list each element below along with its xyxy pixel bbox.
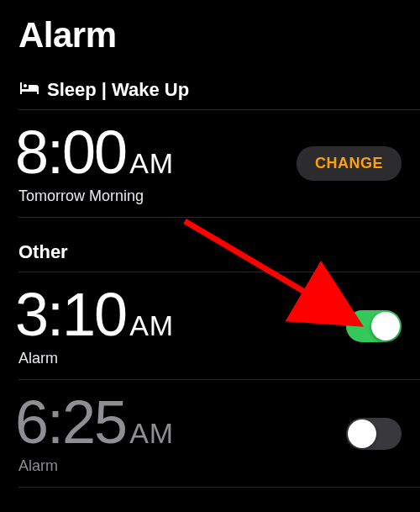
alarm-toggle-0[interactable] xyxy=(346,310,402,342)
alarm-subtitle: Alarm xyxy=(15,457,174,475)
change-button[interactable]: CHANGE xyxy=(297,146,402,181)
sleep-wake-subtitle: Tomorrow Morning xyxy=(15,187,174,205)
page-title: Alarm xyxy=(0,0,420,66)
alarm-period: AM xyxy=(129,309,174,342)
alarm-time: 6:25 xyxy=(15,392,126,452)
toggle-knob xyxy=(348,420,376,448)
sleep-wake-alarm-row[interactable]: 8:00 AM Tomorrow Morning CHANGE xyxy=(0,110,420,217)
sleep-wake-period: AM xyxy=(129,147,174,180)
other-header: Other xyxy=(0,218,420,272)
alarm-period: AM xyxy=(129,417,174,450)
divider xyxy=(18,487,420,488)
alarm-subtitle: Alarm xyxy=(15,350,174,367)
alarm-row-1[interactable]: 6:25 AM Alarm xyxy=(0,380,420,487)
sleep-wake-time: 8:00 xyxy=(15,122,126,182)
toggle-knob xyxy=(371,312,400,340)
sleep-wake-label: Sleep | Wake Up xyxy=(47,79,189,101)
sleep-wake-header: Sleep | Wake Up xyxy=(0,66,420,109)
bed-icon xyxy=(18,79,40,101)
alarm-time: 3:10 xyxy=(15,284,126,345)
alarm-toggle-1[interactable] xyxy=(346,418,402,450)
alarm-row-0[interactable]: 3:10 AM Alarm xyxy=(0,272,420,379)
